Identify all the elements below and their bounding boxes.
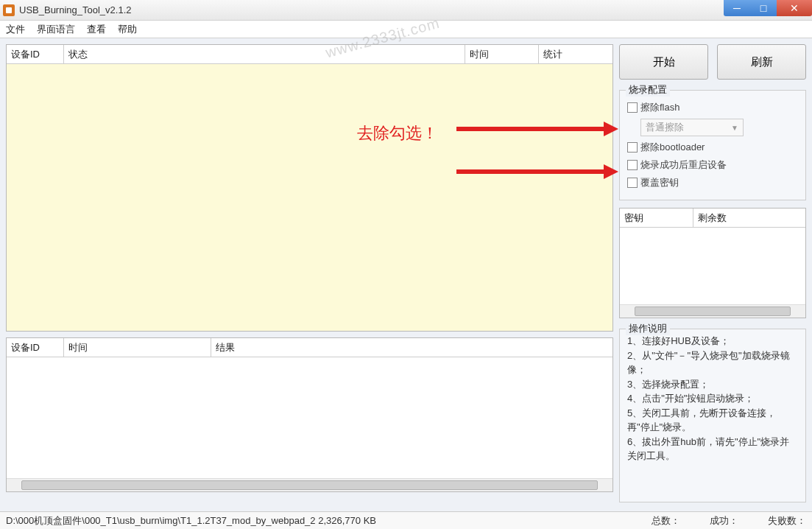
key-scrollbar[interactable]: [620, 304, 805, 318]
maximize-button[interactable]: □: [750, 0, 777, 16]
col-stats[interactable]: 统计: [539, 45, 612, 63]
menu-view[interactable]: 查看: [87, 23, 106, 36]
annotation-arrow-2: [456, 161, 618, 185]
annotation-text: 去除勾选！: [357, 122, 438, 144]
device-table-body: [7, 64, 612, 331]
config-title: 烧录配置: [626, 83, 670, 97]
erase-flash-label: 擦除flash: [640, 101, 679, 114]
log-col-time[interactable]: 时间: [64, 338, 211, 357]
scrollbar-thumb[interactable]: [21, 480, 598, 490]
override-key-label: 覆盖密钥: [640, 176, 679, 189]
log-table-body: [7, 357, 612, 478]
instruction-6: 6、拔出外置hub前，请先"停止"烧录并关闭工具。: [627, 435, 798, 463]
minimize-button[interactable]: ─: [724, 0, 750, 16]
menubar: 文件 界面语言 查看 帮助: [0, 21, 812, 38]
refresh-button[interactable]: 刷新: [717, 44, 806, 80]
key-col-key[interactable]: 密钥: [620, 209, 693, 227]
erase-mode-value: 普通擦除: [646, 121, 684, 134]
instructions-title: 操作说明: [626, 322, 670, 335]
menu-file[interactable]: 文件: [6, 23, 25, 36]
instructions-group: 操作说明 1、连接好HUB及设备； 2、从"文件"－"导入烧录包"加载烧录镜像；…: [619, 329, 806, 502]
status-total: 总数：: [652, 514, 680, 528]
annotation-arrow-1: [456, 118, 618, 142]
override-key-checkbox[interactable]: [627, 178, 638, 188]
key-table: 密钥 剩余数: [619, 208, 806, 318]
window-controls: ─ □ ✕: [724, 0, 812, 16]
instruction-1: 1、连接好HUB及设备；: [627, 334, 798, 348]
col-device-id[interactable]: 设备ID: [7, 45, 64, 63]
device-table: 设备ID 状态 时间 统计: [6, 44, 613, 332]
menu-help[interactable]: 帮助: [118, 23, 137, 36]
col-status[interactable]: 状态: [64, 45, 465, 63]
erase-flash-checkbox[interactable]: [627, 102, 638, 113]
chevron-down-icon: ▼: [731, 124, 738, 132]
instruction-2: 2、从"文件"－"导入烧录包"加载烧录镜像；: [627, 348, 798, 377]
config-group: 烧录配置 擦除flash 普通擦除 ▼ 擦除bootloader 烧录成功后重启…: [619, 90, 806, 200]
log-table: 设备ID 时间 结果: [6, 337, 613, 492]
log-col-result[interactable]: 结果: [211, 338, 612, 357]
menu-language[interactable]: 界面语言: [37, 23, 75, 36]
device-table-header: 设备ID 状态 时间 统计: [7, 45, 612, 64]
svg-marker-1: [604, 122, 618, 136]
key-table-header: 密钥 剩余数: [620, 209, 805, 228]
app-icon: [3, 4, 15, 16]
erase-bootloader-checkbox[interactable]: [627, 142, 638, 153]
instruction-5: 5、关闭工具前，先断开设备连接，再"停止"烧录。: [627, 406, 798, 435]
status-path: D:\000机顶盒固件\000_T1\usb_burn\img\T1_1.2T3…: [6, 514, 622, 528]
log-scrollbar[interactable]: [7, 478, 612, 491]
reboot-label: 烧录成功后重启设备: [640, 158, 727, 172]
key-scrollbar-thumb[interactable]: [635, 306, 791, 316]
log-col-device-id[interactable]: 设备ID: [7, 338, 64, 357]
window-title: USB_Burning_Tool_v2.1.2: [19, 4, 132, 15]
statusbar: D:\000机顶盒固件\000_T1\usb_burn\img\T1_1.2T3…: [0, 511, 812, 529]
erase-mode-select[interactable]: 普通擦除 ▼: [640, 119, 744, 136]
status-fail: 失败数：: [768, 514, 806, 528]
start-button[interactable]: 开始: [619, 44, 708, 80]
key-table-body: [620, 228, 805, 304]
key-col-remaining[interactable]: 剩余数: [693, 209, 805, 227]
titlebar: USB_Burning_Tool_v2.1.2 ─ □ ✕: [0, 0, 812, 21]
col-time[interactable]: 时间: [465, 45, 539, 63]
svg-marker-3: [604, 164, 618, 179]
instruction-4: 4、点击"开始"按钮启动烧录；: [627, 391, 798, 406]
instruction-3: 3、选择烧录配置；: [627, 377, 798, 392]
log-table-header: 设备ID 时间 结果: [7, 338, 612, 357]
erase-bootloader-label: 擦除bootloader: [640, 141, 705, 154]
status-success: 成功：: [710, 514, 738, 528]
close-button[interactable]: ✕: [777, 0, 812, 16]
reboot-checkbox[interactable]: [627, 160, 638, 170]
